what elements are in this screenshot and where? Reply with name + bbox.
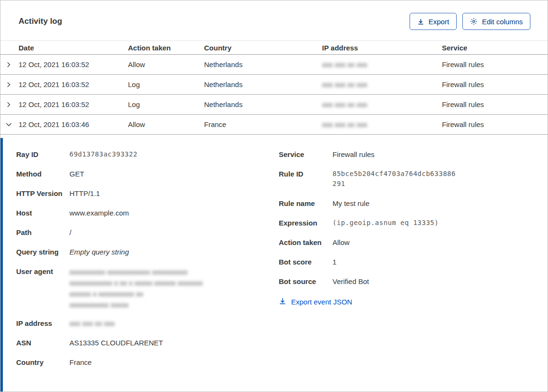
row-date: 12 Oct, 2021 16:03:46 — [19, 120, 128, 128]
detail-label: Action taken — [279, 237, 333, 247]
detail-label: Bot source — [279, 276, 333, 286]
table-row-expanded[interactable]: 12 Oct, 2021 16:03:46 Allow France xxx x… — [0, 115, 548, 135]
row-action-taken: Log — [128, 100, 204, 108]
row-country: Netherlands — [204, 100, 322, 108]
redacted-line: xxxxxxxxxxx xxxxx — [69, 299, 203, 310]
redacted-ip: xxx xxx xx xxx — [322, 60, 367, 69]
rule-name-value: My test rule — [333, 198, 370, 208]
service-value: Firewall rules — [333, 149, 374, 159]
row-country: France — [204, 120, 322, 128]
export-event-json-link[interactable]: Export event JSON — [279, 297, 533, 306]
rule-id-value: 85bce5b204cf4703a764dcb633886291 — [333, 169, 457, 189]
detail-label: HTTP Version — [16, 188, 69, 198]
table-row[interactable]: 12 Oct, 2021 16:03:52 Log Netherlands xx… — [0, 95, 548, 115]
topbar: Activity log Export Edit columns — [0, 0, 548, 40]
expression-value: (ip.geoip.asnum eq 13335) — [333, 218, 439, 228]
column-header-date: Date — [19, 44, 128, 52]
row-date: 12 Oct, 2021 16:03:52 — [19, 80, 128, 88]
query-string-value: Empty query string — [69, 247, 129, 257]
detail-label: Method — [16, 169, 69, 179]
bot-source-value: Verified Bot — [333, 276, 369, 286]
row-country: Netherlands — [204, 60, 322, 69]
column-header-action-taken: Action taken — [128, 44, 204, 52]
row-date: 12 Oct, 2021 16:03:52 — [19, 60, 128, 69]
detail-label: Rule name — [279, 198, 333, 208]
ray-id-value: 69d13783ac393322 — [69, 149, 137, 159]
detail-label: Path — [16, 227, 69, 237]
row-service: Firewall rules — [442, 120, 548, 128]
redacted-line: xxxxxxxxxx xxxxxxxxxxxx xxxxxxxxxx — [69, 266, 203, 277]
http-version-value: HTTP/1.1 — [69, 188, 100, 198]
detail-label: Service — [279, 149, 333, 159]
row-action-taken: Allow — [128, 120, 204, 128]
column-header-service: Service — [442, 44, 548, 52]
row-service: Firewall rules — [442, 60, 548, 69]
export-button[interactable]: Export — [410, 13, 457, 30]
download-icon — [279, 297, 286, 306]
action-taken-value: Allow — [333, 237, 350, 247]
chevron-down-icon[interactable] — [0, 121, 19, 128]
page-title: Activity log — [19, 17, 62, 26]
redacted-ip: xxx xxx xx xxx — [322, 100, 367, 108]
asn-value: AS13335 CLOUDFLARENET — [69, 338, 163, 348]
method-value: GET — [69, 169, 84, 179]
activity-log-panel: Activity log Export Edit columns — [0, 0, 548, 392]
detail-label: Host — [16, 208, 69, 218]
detail-label: Rule ID — [279, 169, 333, 189]
country-value: France — [69, 357, 92, 367]
detail-label: Bot score — [279, 257, 333, 267]
chevron-right-icon[interactable] — [0, 81, 19, 88]
redacted-ip: xxx xxx xx xxx — [322, 120, 367, 128]
redacted-line: xxxxxxxxxxxx x xx x xxxxx xxxxxx xxxxxxx — [69, 277, 203, 288]
download-icon — [417, 18, 424, 25]
row-country: Netherlands — [204, 80, 322, 88]
redacted-user-agent: xxxxxxxxxx xxxxxxxxxxxx xxxxxxxxxx xxxxx… — [69, 266, 203, 310]
row-service: Firewall rules — [442, 100, 548, 108]
detail-label: ASN — [16, 338, 69, 348]
table-header: Date Action taken Country IP address Ser… — [0, 40, 548, 55]
table-row[interactable]: 12 Oct, 2021 16:03:52 Allow Netherlands … — [0, 55, 548, 75]
row-date: 12 Oct, 2021 16:03:52 — [19, 100, 128, 108]
chevron-right-icon[interactable] — [0, 101, 19, 108]
bot-score-value: 1 — [333, 257, 336, 267]
table-row[interactable]: 12 Oct, 2021 16:03:52 Log Netherlands xx… — [0, 75, 548, 95]
row-service: Firewall rules — [442, 80, 548, 88]
edit-columns-button-label: Edit columns — [482, 18, 523, 26]
redacted-line: xxxxxx x xxxxxxxxxx xx — [69, 288, 203, 299]
column-header-country: Country — [204, 44, 322, 52]
row-action-taken: Allow — [128, 60, 204, 69]
redacted-ip: xxx xxx xx xxx — [322, 80, 367, 88]
edit-columns-button[interactable]: Edit columns — [462, 13, 530, 30]
detail-label: IP address — [16, 318, 69, 328]
detail-label: User agent — [16, 266, 69, 310]
column-header-ip-address: IP address — [322, 44, 442, 52]
chevron-right-icon[interactable] — [0, 61, 19, 68]
detail-left-column: Ray ID 69d13783ac393322 Method GET HTTP … — [16, 149, 279, 392]
detail-label: Query string — [16, 247, 69, 257]
export-event-json-label: Export event JSON — [291, 298, 352, 306]
path-value: / — [69, 227, 71, 237]
event-detail-panel: Ray ID 69d13783ac393322 Method GET HTTP … — [0, 138, 548, 392]
detail-label: Country — [16, 357, 69, 367]
redacted-ip: xxx xxx xx xxx — [69, 319, 115, 327]
detail-right-column: Service Firewall rules Rule ID 85bce5b20… — [279, 149, 533, 392]
export-button-label: Export — [429, 18, 449, 26]
toolbar-actions: Export Edit columns — [410, 13, 530, 30]
row-action-taken: Log — [128, 80, 204, 88]
detail-label: Ray ID — [16, 149, 69, 159]
detail-label: Expression — [279, 218, 333, 228]
host-value: www.example.com — [69, 208, 129, 218]
gear-icon — [470, 18, 478, 25]
